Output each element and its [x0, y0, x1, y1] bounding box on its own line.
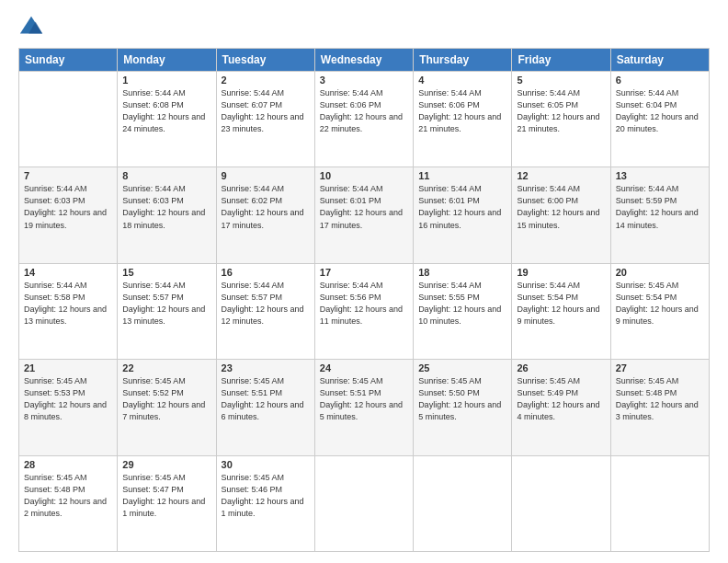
- cell-2-2: 16Sunrise: 5:44 AMSunset: 5:57 PMDayligh…: [216, 263, 314, 359]
- cell-3-4: 25Sunrise: 5:45 AMSunset: 5:50 PMDayligh…: [414, 360, 512, 455]
- day-number: 14: [24, 267, 112, 278]
- cell-0-4: 4Sunrise: 5:44 AMSunset: 6:06 PMDaylight…: [414, 72, 512, 167]
- week-row-2: 14Sunrise: 5:44 AMSunset: 5:58 PMDayligh…: [19, 263, 710, 359]
- cell-info: Sunrise: 5:45 AMSunset: 5:48 PMDaylight:…: [616, 375, 704, 423]
- col-header-friday: Friday: [512, 49, 610, 72]
- cell-info: Sunrise: 5:45 AMSunset: 5:51 PMDaylight:…: [320, 375, 408, 423]
- calendar-header-row: SundayMondayTuesdayWednesdayThursdayFrid…: [19, 49, 710, 72]
- cell-info: Sunrise: 5:45 AMSunset: 5:49 PMDaylight:…: [517, 375, 605, 423]
- day-number: 16: [222, 267, 310, 278]
- day-number: 7: [24, 170, 112, 181]
- cell-4-1: 29Sunrise: 5:45 AMSunset: 5:47 PMDayligh…: [118, 455, 216, 551]
- cell-1-3: 10Sunrise: 5:44 AMSunset: 6:01 PMDayligh…: [314, 167, 413, 263]
- cell-2-1: 15Sunrise: 5:44 AMSunset: 5:57 PMDayligh…: [118, 263, 216, 359]
- col-header-sunday: Sunday: [19, 49, 118, 72]
- cell-0-5: 5Sunrise: 5:44 AMSunset: 6:05 PMDaylight…: [512, 72, 610, 167]
- day-number: 4: [418, 75, 506, 86]
- cell-2-3: 17Sunrise: 5:44 AMSunset: 5:56 PMDayligh…: [314, 263, 413, 359]
- cell-info: Sunrise: 5:44 AMSunset: 5:55 PMDaylight:…: [418, 280, 506, 327]
- col-header-thursday: Thursday: [414, 49, 512, 72]
- col-header-saturday: Saturday: [610, 49, 709, 72]
- cell-0-3: 3Sunrise: 5:44 AMSunset: 6:06 PMDaylight…: [314, 72, 413, 167]
- cell-3-2: 23Sunrise: 5:45 AMSunset: 5:51 PMDayligh…: [216, 360, 314, 455]
- cell-info: Sunrise: 5:45 AMSunset: 5:46 PMDaylight:…: [222, 472, 310, 520]
- day-number: 26: [517, 362, 605, 373]
- day-number: 2: [222, 75, 310, 86]
- day-number: 29: [122, 459, 210, 470]
- day-number: 10: [320, 170, 408, 181]
- cell-0-1: 1Sunrise: 5:44 AMSunset: 6:08 PMDaylight…: [118, 72, 216, 167]
- cell-1-1: 8Sunrise: 5:44 AMSunset: 6:03 PMDaylight…: [118, 167, 216, 263]
- cell-info: Sunrise: 5:44 AMSunset: 5:56 PMDaylight:…: [320, 280, 408, 327]
- cell-info: Sunrise: 5:44 AMSunset: 5:54 PMDaylight:…: [517, 280, 605, 327]
- day-number: 19: [517, 267, 605, 278]
- cell-info: Sunrise: 5:44 AMSunset: 6:03 PMDaylight:…: [122, 183, 210, 231]
- cell-0-0: [19, 72, 118, 167]
- cell-info: Sunrise: 5:44 AMSunset: 6:00 PMDaylight:…: [517, 183, 605, 231]
- week-row-0: 1Sunrise: 5:44 AMSunset: 6:08 PMDaylight…: [19, 72, 710, 167]
- cell-info: Sunrise: 5:44 AMSunset: 6:08 PMDaylight:…: [122, 87, 210, 135]
- cell-2-6: 20Sunrise: 5:45 AMSunset: 5:54 PMDayligh…: [610, 263, 709, 359]
- cell-info: Sunrise: 5:45 AMSunset: 5:50 PMDaylight:…: [418, 375, 506, 423]
- day-number: 21: [24, 362, 112, 373]
- day-number: 17: [320, 267, 408, 278]
- day-number: 12: [517, 170, 605, 181]
- day-number: 13: [616, 170, 704, 181]
- cell-4-0: 28Sunrise: 5:45 AMSunset: 5:48 PMDayligh…: [19, 455, 118, 551]
- cell-1-2: 9Sunrise: 5:44 AMSunset: 6:02 PMDaylight…: [216, 167, 314, 263]
- col-header-monday: Monday: [118, 49, 216, 72]
- day-number: 22: [122, 362, 210, 373]
- logo: [18, 15, 48, 40]
- day-number: 20: [616, 267, 704, 278]
- day-number: 24: [320, 362, 408, 373]
- logo-icon: [18, 15, 44, 40]
- day-number: 11: [418, 170, 506, 181]
- cell-info: Sunrise: 5:44 AMSunset: 6:06 PMDaylight:…: [418, 87, 506, 135]
- cell-4-4: [414, 455, 512, 551]
- day-number: 6: [616, 75, 704, 86]
- cell-4-3: [314, 455, 413, 551]
- day-number: 8: [122, 170, 210, 181]
- cell-info: Sunrise: 5:44 AMSunset: 6:06 PMDaylight:…: [320, 87, 408, 135]
- day-number: 18: [418, 267, 506, 278]
- day-number: 1: [122, 75, 210, 86]
- cell-1-5: 12Sunrise: 5:44 AMSunset: 6:00 PMDayligh…: [512, 167, 610, 263]
- cell-4-6: [610, 455, 709, 551]
- cell-info: Sunrise: 5:44 AMSunset: 6:04 PMDaylight:…: [616, 87, 704, 135]
- day-number: 30: [222, 459, 310, 470]
- cell-info: Sunrise: 5:44 AMSunset: 5:58 PMDaylight:…: [24, 280, 112, 327]
- header: [18, 15, 710, 40]
- cell-0-6: 6Sunrise: 5:44 AMSunset: 6:04 PMDaylight…: [610, 72, 709, 167]
- cell-0-2: 2Sunrise: 5:44 AMSunset: 6:07 PMDaylight…: [216, 72, 314, 167]
- cell-3-6: 27Sunrise: 5:45 AMSunset: 5:48 PMDayligh…: [610, 360, 709, 455]
- week-row-4: 28Sunrise: 5:45 AMSunset: 5:48 PMDayligh…: [19, 455, 710, 551]
- cell-info: Sunrise: 5:45 AMSunset: 5:53 PMDaylight:…: [24, 375, 112, 423]
- cell-2-0: 14Sunrise: 5:44 AMSunset: 5:58 PMDayligh…: [19, 263, 118, 359]
- cell-info: Sunrise: 5:44 AMSunset: 6:01 PMDaylight:…: [320, 183, 408, 231]
- day-number: 23: [222, 362, 310, 373]
- cell-1-4: 11Sunrise: 5:44 AMSunset: 6:01 PMDayligh…: [414, 167, 512, 263]
- cell-4-2: 30Sunrise: 5:45 AMSunset: 5:46 PMDayligh…: [216, 455, 314, 551]
- day-number: 28: [24, 459, 112, 470]
- week-row-3: 21Sunrise: 5:45 AMSunset: 5:53 PMDayligh…: [19, 360, 710, 455]
- cell-info: Sunrise: 5:45 AMSunset: 5:47 PMDaylight:…: [122, 472, 210, 520]
- cell-info: Sunrise: 5:44 AMSunset: 6:05 PMDaylight:…: [517, 87, 605, 135]
- cell-1-0: 7Sunrise: 5:44 AMSunset: 6:03 PMDaylight…: [19, 167, 118, 263]
- col-header-tuesday: Tuesday: [216, 49, 314, 72]
- col-header-wednesday: Wednesday: [314, 49, 413, 72]
- cell-4-5: [512, 455, 610, 551]
- cell-3-1: 22Sunrise: 5:45 AMSunset: 5:52 PMDayligh…: [118, 360, 216, 455]
- cell-1-6: 13Sunrise: 5:44 AMSunset: 5:59 PMDayligh…: [610, 167, 709, 263]
- cell-info: Sunrise: 5:44 AMSunset: 5:59 PMDaylight:…: [616, 183, 704, 231]
- cell-info: Sunrise: 5:44 AMSunset: 6:03 PMDaylight:…: [24, 183, 112, 231]
- calendar-table: SundayMondayTuesdayWednesdayThursdayFrid…: [18, 48, 710, 552]
- cell-info: Sunrise: 5:44 AMSunset: 6:02 PMDaylight:…: [222, 183, 310, 231]
- cell-info: Sunrise: 5:44 AMSunset: 5:57 PMDaylight:…: [222, 280, 310, 327]
- page: SundayMondayTuesdayWednesdayThursdayFrid…: [0, 0, 728, 563]
- day-number: 27: [616, 362, 704, 373]
- cell-2-5: 19Sunrise: 5:44 AMSunset: 5:54 PMDayligh…: [512, 263, 610, 359]
- day-number: 15: [122, 267, 210, 278]
- week-row-1: 7Sunrise: 5:44 AMSunset: 6:03 PMDaylight…: [19, 167, 710, 263]
- cell-info: Sunrise: 5:45 AMSunset: 5:48 PMDaylight:…: [24, 472, 112, 520]
- cell-info: Sunrise: 5:45 AMSunset: 5:51 PMDaylight:…: [222, 375, 310, 423]
